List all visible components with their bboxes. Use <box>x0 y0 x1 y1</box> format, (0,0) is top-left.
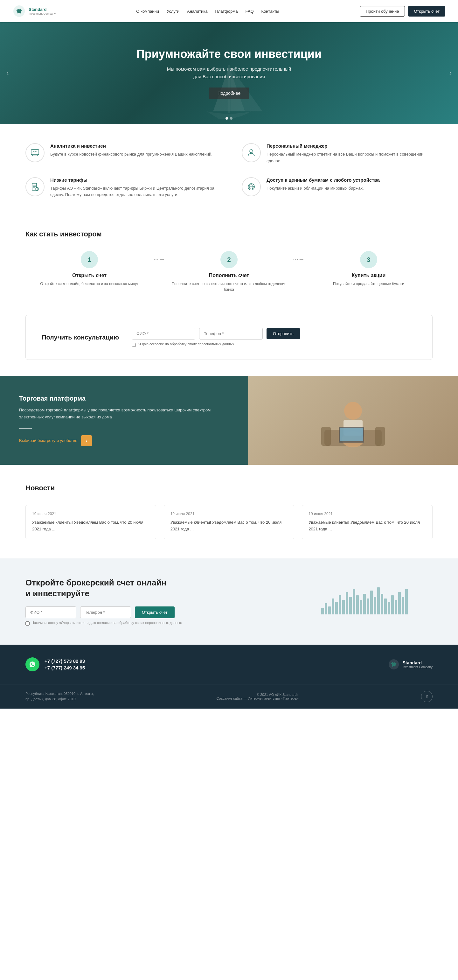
feature-analytics-title: Аналитика и инвестиеи <box>50 143 213 149</box>
hero-dot-2[interactable] <box>230 117 232 119</box>
consult-agree-checkbox[interactable] <box>132 343 136 347</box>
nav-services[interactable]: Услуги <box>167 9 180 14</box>
consultation-form: Отправить Я даю согласие на обработку св… <box>132 328 416 347</box>
step-2: 2 Пополнить счет Пополните счет со своег… <box>165 251 293 293</box>
cta-section: Откройте брокерский счет онлайн и инвест… <box>0 558 458 645</box>
header: Standard Investment Company О компании У… <box>0 0 458 22</box>
svg-line-8 <box>35 151 36 152</box>
chart-bar <box>339 595 341 614</box>
footer-logo: Standard Investment Company <box>388 659 433 670</box>
step-1: 1 Открыть счет Откройте счет онлайн, бес… <box>25 251 153 287</box>
consultation-section: Получить консультацию Отправить Я даю со… <box>25 315 433 360</box>
consult-agree: Я даю согласие на обработку своих персон… <box>132 342 416 347</box>
platform-desc: Посредством торговой платформы у вас поя… <box>19 407 229 421</box>
phone-numbers: +7 (727) 573 82 93 +7 (777) 249 34 95 <box>45 658 85 670</box>
chart-bar <box>349 597 352 614</box>
chart-bar <box>353 589 355 614</box>
step-1-desc: Откройте счет онлайн, бесплатно и за нес… <box>25 281 153 287</box>
cta-chart <box>321 582 433 621</box>
step-1-title: Открыть счет <box>25 273 153 278</box>
chart-bar <box>405 589 408 614</box>
hero-next-arrow[interactable]: › <box>449 69 452 77</box>
cta-agree-checkbox[interactable] <box>25 621 30 625</box>
cta-left: Откройте брокерский счет онлайн и инвест… <box>25 578 309 626</box>
step-2-circle: 2 <box>220 251 238 268</box>
nav-platform[interactable]: Платформа <box>215 9 238 14</box>
feature-analytics: Аналитика и инвестиеи Будьте в курсе нов… <box>25 143 216 164</box>
chart-bar <box>381 594 383 614</box>
platform-right <box>248 376 458 465</box>
whatsapp-icon[interactable] <box>25 657 40 671</box>
feature-access-title: Доступ к ценным бумагам с любого устройс… <box>267 177 380 183</box>
consult-name-input[interactable] <box>132 328 195 339</box>
svg-line-9 <box>36 151 37 151</box>
news-card-3[interactable]: 19 июля 2021 Уважаемые клиенты! Уведомля… <box>302 505 433 539</box>
chart-bar <box>346 592 348 614</box>
news-text-2: Уважаемые клиенты! Уведомляем Вас о том,… <box>170 519 288 533</box>
nav-analytics[interactable]: Аналитика <box>187 9 207 14</box>
chart-bar <box>360 600 362 614</box>
chart-bars <box>321 582 433 614</box>
footer-copyright: © 2021 АО «ИК Standard» Создание сайта —… <box>216 693 298 700</box>
feature-manager-desc: Персональный менеджер ответит на все Ваш… <box>267 151 433 164</box>
chart-bar <box>335 602 338 614</box>
nav-about[interactable]: О компании <box>136 9 159 14</box>
cta-title: Откройте брокерский счет онлайн и инвест… <box>25 578 309 599</box>
chart-bar <box>356 595 359 614</box>
news-title: Новости <box>25 484 433 492</box>
feature-analytics-desc: Будьте в курсе новостей финансового рынк… <box>50 151 213 158</box>
chart-bar <box>377 587 380 614</box>
step-2-desc: Пополните счет со своего личного счета и… <box>165 281 293 293</box>
chart-bar <box>370 590 373 614</box>
platform-link[interactable]: Выбирай быстроту и удобство › <box>19 435 229 446</box>
hero-subtitle: Мы поможем вам выбрать наиболее предпочт… <box>167 65 291 81</box>
svg-line-7 <box>33 151 35 152</box>
chart-bar <box>342 600 345 614</box>
chart-bar <box>367 598 369 614</box>
hero-dot-1[interactable] <box>226 117 228 119</box>
svg-rect-21 <box>321 427 331 446</box>
platform-arrow-icon[interactable]: › <box>81 435 92 446</box>
news-card-2[interactable]: 19 июля 2021 Уважаемые клиенты! Уведомля… <box>164 505 294 539</box>
chart-bar <box>384 598 387 614</box>
hero-section: ‹ Приумножайте свои инвестиции Мы поможе… <box>0 22 458 124</box>
cta-phone-input[interactable] <box>80 606 131 618</box>
chart-bar <box>391 595 394 614</box>
step-3-circle: 3 <box>360 251 377 268</box>
scroll-top-button[interactable]: ⇧ <box>421 691 433 702</box>
feature-access-icon <box>242 177 261 196</box>
chart-bar <box>363 594 366 614</box>
footer-bottom: Республика Казахстан, 050010, г. Алматы,… <box>0 684 458 709</box>
nav-contacts[interactable]: Контакты <box>261 9 279 14</box>
feature-tariffs-title: Низкие тарифы <box>50 177 216 183</box>
phone-1: +7 (727) 573 82 93 <box>45 658 85 664</box>
chart-bar <box>325 603 327 614</box>
logo-subtitle: Investment Company <box>29 12 56 15</box>
consult-phone-input[interactable] <box>199 328 263 339</box>
cta-name-input[interactable] <box>25 606 76 618</box>
open-account-header-button[interactable]: Открыть счет <box>408 6 445 16</box>
footer-logo-subtitle: Investment Company <box>403 665 433 669</box>
learn-button[interactable]: Пройти обучение <box>360 6 405 16</box>
cta-open-account-button[interactable]: Открыть счет <box>135 606 175 618</box>
svg-point-24 <box>344 402 362 420</box>
chart-bar <box>332 598 334 614</box>
hero-more-button[interactable]: Подробнее <box>208 88 250 99</box>
footer-logo-text-area: Standard Investment Company <box>403 660 433 669</box>
consult-send-button[interactable]: Отправить <box>267 328 300 339</box>
feature-manager: Персональный менеджер Персональный менед… <box>242 143 433 164</box>
logo[interactable]: Standard Investment Company <box>13 5 56 18</box>
chart-bar <box>402 597 404 614</box>
header-buttons: Пройти обучение Открыть счет <box>360 6 445 16</box>
step-arrow-1: ···→ <box>153 251 165 263</box>
step-3-desc: Покупайте и продавайте ценные бумаги <box>305 281 433 287</box>
step-1-circle: 1 <box>81 251 98 268</box>
feature-manager-icon <box>242 143 261 162</box>
news-text-1: Уважаемые клиенты! Уведомляем Вас о том,… <box>32 519 149 533</box>
platform-person-image <box>248 376 458 465</box>
svg-rect-22 <box>375 427 385 446</box>
hero-prev-arrow[interactable]: ‹ <box>6 69 9 77</box>
news-card-1[interactable]: 19 июля 2021 Уважаемые клиенты! Уведомля… <box>25 505 156 539</box>
nav-faq[interactable]: FAQ <box>245 9 254 14</box>
feature-analytics-icon <box>25 143 45 162</box>
